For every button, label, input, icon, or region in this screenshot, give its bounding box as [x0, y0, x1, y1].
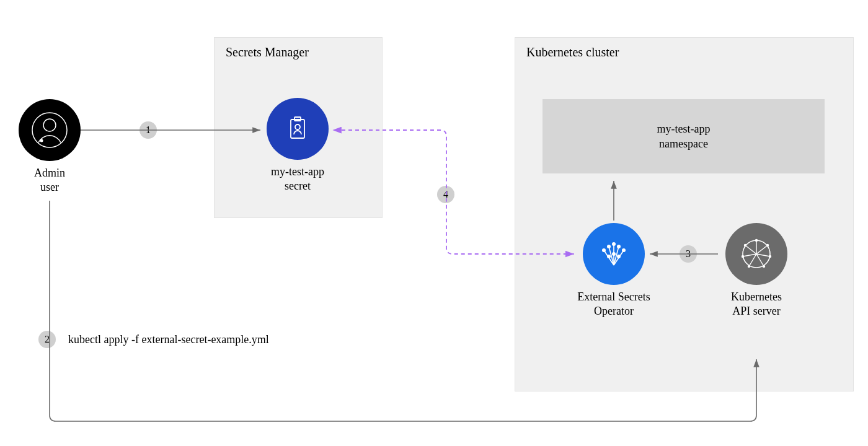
svg-line-25 — [743, 254, 756, 256]
svg-rect-4 — [294, 117, 301, 121]
k8s-api-actor: Kubernetes API server — [719, 223, 794, 319]
svg-point-15 — [617, 245, 621, 248]
svg-point-27 — [755, 239, 758, 242]
kubectl-command: kubectl apply -f external-secret-example… — [68, 333, 269, 346]
svg-point-11 — [612, 242, 616, 246]
k8s-cluster-title: Kubernetes cluster — [515, 38, 853, 59]
svg-point-18 — [617, 255, 621, 258]
secret-item: my-test-app secret — [267, 98, 329, 194]
svg-point-17 — [607, 255, 611, 258]
svg-point-0 — [32, 113, 67, 147]
step-1-badge: 1 — [140, 121, 157, 139]
svg-point-14 — [607, 245, 611, 248]
svg-point-1 — [43, 119, 56, 131]
svg-point-16 — [612, 252, 616, 256]
svg-point-32 — [742, 255, 744, 258]
k8s-api-label: Kubernetes API server — [719, 290, 794, 319]
svg-line-23 — [756, 254, 764, 266]
secret-item-label: my-test-app secret — [267, 165, 329, 194]
namespace-box: my-test-app namespace — [542, 99, 825, 173]
diagram-canvas: Secrets Manager Kubernetes cluster my-te… — [0, 0, 868, 446]
svg-rect-3 — [291, 120, 304, 138]
svg-line-24 — [749, 254, 756, 266]
svg-point-12 — [602, 248, 606, 252]
k8s-api-icon — [725, 223, 787, 285]
namespace-label: my-test-app namespace — [657, 121, 711, 152]
step-4-badge: 4 — [437, 186, 454, 203]
k8s-cluster-box: Kubernetes cluster — [515, 37, 854, 391]
svg-point-31 — [748, 265, 750, 268]
svg-point-33 — [744, 244, 746, 247]
secrets-manager-title: Secrets Manager — [215, 38, 382, 59]
svg-point-2 — [40, 139, 43, 142]
step-3-badge: 3 — [680, 245, 697, 263]
svg-line-21 — [756, 245, 768, 254]
svg-point-30 — [763, 265, 765, 268]
eso-label: External Secrets Operator — [577, 290, 651, 319]
svg-point-28 — [766, 244, 769, 247]
eso-icon — [583, 223, 645, 285]
svg-point-5 — [295, 125, 300, 129]
eso-actor: External Secrets Operator — [577, 223, 651, 319]
secret-credential-icon — [267, 98, 329, 160]
svg-line-26 — [745, 245, 756, 254]
svg-point-29 — [769, 255, 771, 258]
svg-line-22 — [756, 254, 770, 256]
admin-actor: Admin user — [19, 99, 81, 195]
user-icon — [19, 99, 81, 161]
step-2-badge: 2 — [38, 331, 56, 348]
svg-point-13 — [622, 248, 626, 252]
admin-label: Admin user — [19, 166, 81, 195]
